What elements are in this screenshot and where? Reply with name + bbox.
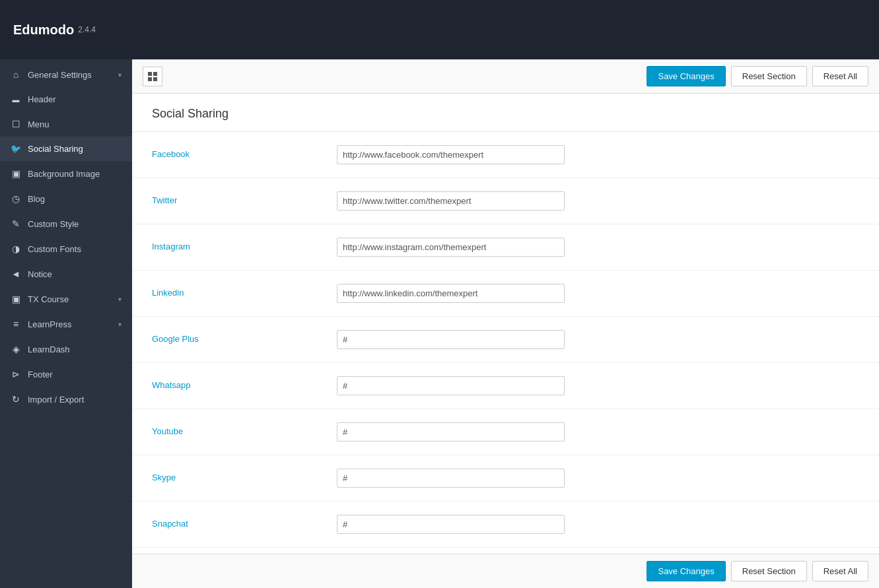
sidebar-item-custom-style[interactable]: ✎ Custom Style [0,211,132,236]
sidebar-item-import-export[interactable]: ↻ Import / Export [0,387,132,412]
form-row-twitter: Twitter [132,178,879,224]
reset-section-button-bottom[interactable]: Reset Section [731,561,807,581]
sidebar-item-label: Blog [28,194,122,204]
sidebar-item-label: General Settings [28,70,112,80]
fonts-icon: ◑ [11,244,21,254]
field-label-google-plus: Google Plus [152,330,337,344]
field-label-skype: Skype [152,469,337,482]
course-icon: ▣ [11,294,21,304]
field-label-whatsapp: Whatsapp [152,376,337,390]
form-row-snapchat: Snapchat [132,502,879,548]
input-skype[interactable] [337,469,565,488]
chevron-icon: ▾ [118,321,122,328]
sidebar-item-label: Background Image [28,169,122,179]
form-row-instagram: Instagram [132,224,879,271]
top-toolbar: Save Changes Reset Section Reset All [132,59,879,94]
reset-all-button-bottom[interactable]: Reset All [812,561,868,581]
input-whatsapp[interactable] [337,376,565,395]
sidebar-item-label: Header [28,94,122,104]
field-label-facebook: Facebook [152,145,337,159]
sidebar-item-label: LearnPress [28,319,112,329]
field-input-container-instagram [337,238,859,257]
sidebar-item-header[interactable]: ▬ Header [0,87,132,112]
style-icon: ✎ [11,218,21,229]
sidebar-item-label: Import / Export [28,395,122,405]
reset-all-button-top[interactable]: Reset All [812,66,868,86]
field-input-container-google-plus [337,330,859,349]
chevron-icon: ▾ [118,296,122,303]
sidebar-item-label: Menu [28,119,122,129]
sidebar-item-label: Custom Fonts [28,244,122,254]
sidebar-item-learndash[interactable]: ◈ LearnDash [0,337,132,362]
sidebar-item-label: Footer [28,370,122,379]
content-area: Social Sharing FacebookTwitterInstagramL… [132,94,879,554]
field-label-snapchat: Snapchat [152,515,337,529]
sidebar-item-background-image[interactable]: ▣ Background Image [0,161,132,186]
sidebar-item-footer[interactable]: ⊳ Footer [0,362,132,387]
sidebar-item-label: Custom Style [28,219,122,229]
field-input-container-youtube [337,422,859,441]
sidebar-item-label: LearnDash [28,344,122,354]
form-row-whatsapp: Whatsapp [132,363,879,409]
field-label-linkedin: Linkedin [152,284,337,298]
field-label-instagram: Instagram [152,238,337,251]
field-input-container-whatsapp [337,376,859,395]
twitter-icon: 🐦 [11,144,21,154]
sidebar-item-general-settings[interactable]: ⌂ General Settings ▾ [0,62,132,87]
learnpress-icon: ≡ [11,319,21,329]
form-row-youtube: Youtube [132,409,879,455]
svg-rect-0 [148,72,152,76]
footer-icon: ⊳ [11,369,21,379]
section-title: Social Sharing [132,94,879,132]
topbar: Edumodo 2.4.4 [0,0,879,59]
main-panel: Save Changes Reset Section Reset All Soc… [132,59,879,588]
sidebar-item-custom-fonts[interactable]: ◑ Custom Fonts [0,236,132,261]
field-label-youtube: Youtube [152,422,337,436]
input-youtube[interactable] [337,422,565,441]
input-instagram[interactable] [337,238,565,257]
save-changes-button-bottom[interactable]: Save Changes [647,561,725,581]
sidebar-item-label: Notice [28,269,122,279]
input-facebook[interactable] [337,145,565,164]
field-label-twitter: Twitter [152,191,337,205]
sidebar-item-notice[interactable]: ◄ Notice [0,261,132,286]
form-row-linkedin: Linkedin [132,271,879,317]
form-row-skype: Skype [132,455,879,502]
chevron-icon: ▾ [118,71,122,79]
sidebar-item-blog[interactable]: ◷ Blog [0,186,132,211]
field-input-container-skype [337,469,859,488]
import-export-icon: ↻ [11,394,21,405]
image-icon: ▣ [11,168,21,179]
svg-rect-1 [153,72,157,76]
app-version: 2.4.4 [78,25,96,34]
learndash-icon: ◈ [11,344,21,354]
grid-icon-button[interactable] [143,67,162,86]
bottom-toolbar: Save Changes Reset Section Reset All [132,554,879,588]
svg-rect-3 [153,77,157,81]
input-twitter[interactable] [337,191,565,211]
layout: ⌂ General Settings ▾ ▬ Header ☐ Menu 🐦 S… [0,59,879,588]
input-snapchat[interactable] [337,515,565,534]
sidebar-item-social-sharing[interactable]: 🐦 Social Sharing [0,137,132,161]
sidebar-item-learnpress[interactable]: ≡ LearnPress ▾ [0,311,132,337]
field-input-container-twitter [337,191,859,211]
input-google-plus[interactable] [337,330,565,349]
field-input-container-linkedin [337,284,859,303]
input-linkedin[interactable] [337,284,565,303]
reset-section-button-top[interactable]: Reset Section [731,66,807,86]
notice-icon: ◄ [11,269,21,279]
form-row-google-plus: Google Plus [132,317,879,363]
sidebar-item-menu[interactable]: ☐ Menu [0,112,132,137]
app-name: Edumodo [13,22,74,38]
menu-icon: ☐ [11,119,21,129]
svg-rect-2 [148,77,152,81]
save-changes-button-top[interactable]: Save Changes [647,66,725,86]
form-row-facebook: Facebook [132,132,879,178]
form-rows: FacebookTwitterInstagramLinkedinGoogle P… [132,132,879,548]
home-icon: ⌂ [11,69,21,80]
field-input-container-snapchat [337,515,859,534]
sidebar-item-label: Social Sharing [28,144,122,154]
sidebar-item-tx-course[interactable]: ▣ TX Course ▾ [0,286,132,311]
field-input-container-facebook [337,145,859,164]
header-icon: ▬ [11,96,21,104]
